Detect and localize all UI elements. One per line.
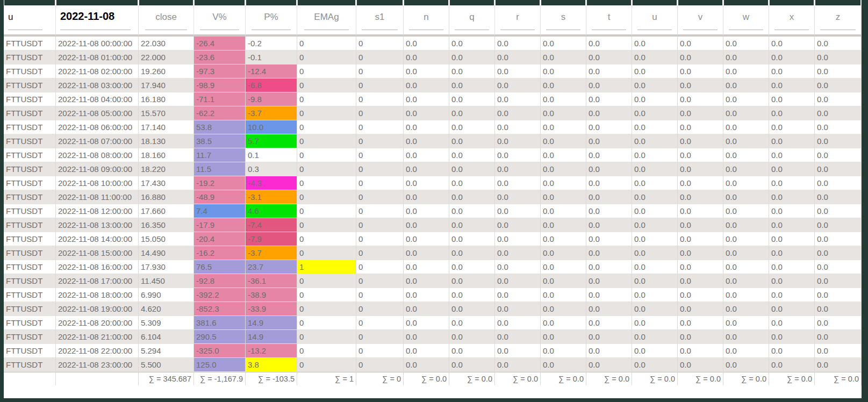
cell-q[interactable]: 0.0 xyxy=(449,51,495,64)
cell-close[interactable]: 5.500 xyxy=(139,358,194,372)
cell-close[interactable]: 4.620 xyxy=(139,302,194,316)
cell-s[interactable]: 0.0 xyxy=(541,190,586,204)
cell-close[interactable]: 22.030 xyxy=(139,37,194,51)
cell-u[interactable]: FTTUSDT xyxy=(4,330,56,344)
cell-u2[interactable]: 0.0 xyxy=(632,218,678,232)
column-header-n[interactable]: n xyxy=(404,0,449,37)
cell-u[interactable]: FTTUSDT xyxy=(4,316,56,330)
cell-t[interactable]: 0.0 xyxy=(586,190,632,204)
cell-x[interactable]: 0.0 xyxy=(769,148,815,162)
cell-vpct[interactable]: 53.8 xyxy=(194,120,246,134)
cell-t[interactable]: 0.0 xyxy=(586,64,632,78)
cell-u2[interactable]: 0.0 xyxy=(632,358,678,372)
cell-u[interactable]: FTTUSDT xyxy=(4,162,56,176)
cell-u2[interactable]: 0.0 xyxy=(632,330,678,344)
cell-z[interactable]: 0.0 xyxy=(815,64,862,78)
cell-emag[interactable]: 0 xyxy=(297,288,356,302)
cell-z[interactable]: 0.0 xyxy=(815,288,862,302)
column-header-s[interactable]: s xyxy=(541,0,586,37)
cell-w[interactable]: 0.0 xyxy=(723,37,769,51)
cell-emag[interactable]: 0 xyxy=(297,106,356,120)
cell-date[interactable]: 2022-11-08 05:00:00 xyxy=(56,106,139,120)
cell-r[interactable]: 0.0 xyxy=(495,218,541,232)
cell-q[interactable]: 0.0 xyxy=(449,232,495,246)
cell-s1[interactable]: 0 xyxy=(356,204,404,218)
cell-r[interactable]: 0.0 xyxy=(495,92,541,106)
cell-ppct[interactable]: -0.2 xyxy=(246,37,297,51)
cell-w[interactable]: 0.0 xyxy=(723,134,769,148)
cell-vpct[interactable]: -19.2 xyxy=(194,176,246,190)
cell-z[interactable]: 0.0 xyxy=(815,218,862,232)
cell-q[interactable]: 0.0 xyxy=(449,120,495,134)
cell-n[interactable]: 0.0 xyxy=(404,78,449,92)
cell-w[interactable]: 0.0 xyxy=(723,120,769,134)
cell-n[interactable]: 0.0 xyxy=(404,148,449,162)
cell-v[interactable]: 0.0 xyxy=(678,37,723,51)
column-header-q[interactable]: q xyxy=(449,0,495,37)
column-header-u[interactable]: u xyxy=(4,0,56,37)
cell-u[interactable]: FTTUSDT xyxy=(4,176,56,190)
cell-s[interactable]: 0.0 xyxy=(541,37,586,51)
cell-n[interactable]: 0.0 xyxy=(404,260,449,274)
cell-vpct[interactable]: -71.1 xyxy=(194,92,246,106)
filter-input-u[interactable] xyxy=(8,30,42,30)
cell-vpct[interactable]: 290.5 xyxy=(194,330,246,344)
cell-r[interactable]: 0.0 xyxy=(495,344,541,358)
cell-date[interactable]: 2022-11-08 04:00:00 xyxy=(56,92,139,106)
cell-w[interactable]: 0.0 xyxy=(723,302,769,316)
cell-u2[interactable]: 0.0 xyxy=(632,64,678,78)
cell-t[interactable]: 0.0 xyxy=(586,134,632,148)
cell-vpct[interactable]: -48.9 xyxy=(194,190,246,204)
cell-close[interactable]: 5.309 xyxy=(139,316,194,330)
cell-x[interactable]: 0.0 xyxy=(769,302,815,316)
cell-ppct[interactable]: -33.9 xyxy=(246,302,297,316)
cell-vpct[interactable]: -23.6 xyxy=(194,51,246,64)
cell-date[interactable]: 2022-11-08 00:00:00 xyxy=(56,37,139,51)
cell-v[interactable]: 0.0 xyxy=(678,92,723,106)
cell-v[interactable]: 0.0 xyxy=(678,260,723,274)
cell-t[interactable]: 0.0 xyxy=(586,218,632,232)
cell-date[interactable]: 2022-11-08 10:00:00 xyxy=(56,176,139,190)
cell-w[interactable]: 0.0 xyxy=(723,204,769,218)
cell-x[interactable]: 0.0 xyxy=(769,330,815,344)
cell-z[interactable]: 0.0 xyxy=(815,106,862,120)
cell-close[interactable]: 14.490 xyxy=(139,246,194,260)
cell-n[interactable]: 0.0 xyxy=(404,302,449,316)
cell-date[interactable]: 2022-11-08 07:00:00 xyxy=(56,134,139,148)
cell-s[interactable]: 0.0 xyxy=(541,176,586,190)
cell-ppct[interactable]: 14.9 xyxy=(246,330,297,344)
cell-n[interactable]: 0.0 xyxy=(404,232,449,246)
cell-s[interactable]: 0.0 xyxy=(541,92,586,106)
cell-u[interactable]: FTTUSDT xyxy=(4,344,56,358)
cell-w[interactable]: 0.0 xyxy=(723,162,769,176)
cell-ppct[interactable]: 4.6 xyxy=(246,204,297,218)
filter-input-v[interactable] xyxy=(683,30,718,30)
cell-ppct[interactable]: -7.9 xyxy=(246,232,297,246)
column-header-u2[interactable]: u xyxy=(632,0,678,37)
cell-date[interactable]: 2022-11-08 14:00:00 xyxy=(56,232,139,246)
cell-ppct[interactable]: -0.1 xyxy=(246,51,297,64)
cell-x[interactable]: 0.0 xyxy=(769,134,815,148)
cell-w[interactable]: 0.0 xyxy=(723,288,769,302)
cell-s1[interactable]: 0 xyxy=(356,120,404,134)
cell-ppct[interactable]: 10.0 xyxy=(246,120,297,134)
cell-q[interactable]: 0.0 xyxy=(449,218,495,232)
cell-u2[interactable]: 0.0 xyxy=(632,148,678,162)
cell-s[interactable]: 0.0 xyxy=(541,204,586,218)
cell-close[interactable]: 17.940 xyxy=(139,78,194,92)
cell-date[interactable]: 2022-11-08 13:00:00 xyxy=(56,218,139,232)
cell-s[interactable]: 0.0 xyxy=(541,288,586,302)
cell-emag[interactable]: 0 xyxy=(297,190,356,204)
cell-n[interactable]: 0.0 xyxy=(404,51,449,64)
cell-x[interactable]: 0.0 xyxy=(769,120,815,134)
filter-input-x[interactable] xyxy=(774,30,809,30)
cell-date[interactable]: 2022-11-08 19:00:00 xyxy=(56,302,139,316)
cell-s[interactable]: 0.0 xyxy=(541,148,586,162)
cell-u[interactable]: FTTUSDT xyxy=(4,260,56,274)
cell-date[interactable]: 2022-11-08 01:00:00 xyxy=(56,51,139,64)
cell-x[interactable]: 0.0 xyxy=(769,204,815,218)
filter-input-ppct[interactable] xyxy=(252,30,290,30)
cell-s1[interactable]: 0 xyxy=(356,148,404,162)
column-header-s1[interactable]: s1 xyxy=(356,0,404,37)
cell-emag[interactable]: 0 xyxy=(297,64,356,78)
